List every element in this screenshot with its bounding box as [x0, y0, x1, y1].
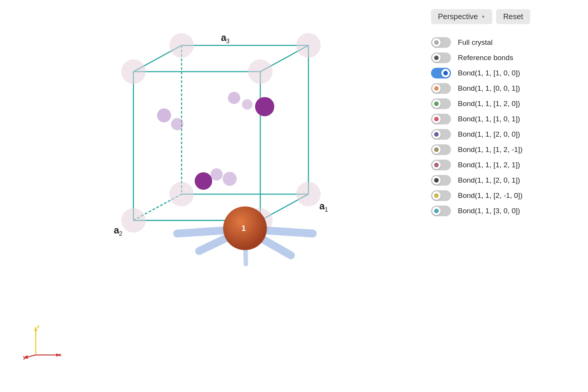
toggle-bond-1300[interactable] — [431, 206, 451, 216]
visualization-area: a 3 a 1 a 2 — [0, 0, 420, 392]
legend-label-bond-1121: Bond(1, 1, [1, 2, 1]) — [458, 161, 520, 169]
dot-reference-bonds — [434, 56, 439, 60]
toggle-bond-1101[interactable] — [431, 114, 451, 124]
svg-point-26 — [296, 182, 321, 206]
dot-bond-1300 — [434, 209, 439, 213]
dot-bond-1201 — [434, 178, 439, 183]
dot-bond-1120 — [434, 101, 439, 106]
legend-label-bond-1100: Bond(1, 1, [1, 0, 0]) — [458, 69, 520, 77]
svg-point-22 — [248, 59, 273, 84]
toggle-bond-1200[interactable] — [431, 129, 451, 140]
legend-label-bond-1200: Bond(1, 1, [2, 0, 0]) — [458, 130, 520, 139]
svg-text:1: 1 — [242, 224, 246, 232]
dot-bond-1001 — [434, 86, 439, 91]
svg-point-30 — [242, 99, 252, 109]
top-controls: Perspective ▼ Reset — [431, 9, 577, 24]
svg-point-33 — [211, 168, 223, 181]
legend-item-bond-1300: Bond(1, 1, [3, 0, 0]) — [431, 203, 577, 219]
dot-bond-1100 — [443, 71, 448, 75]
toggle-bond-12-10[interactable] — [431, 190, 451, 201]
svg-point-25 — [169, 182, 194, 206]
svg-point-27 — [157, 108, 171, 122]
svg-text:x: x — [59, 352, 61, 358]
legend-item-bond-1201: Bond(1, 1, [2, 0, 1]) — [431, 173, 577, 188]
svg-point-23 — [169, 33, 194, 58]
svg-text:2: 2 — [119, 230, 122, 237]
toggle-bond-1001[interactable] — [431, 83, 451, 94]
legend-label-bond-1300: Bond(1, 1, [3, 0, 0]) — [458, 207, 520, 215]
dot-bond-112-1 — [434, 147, 439, 152]
dot-bond-1121 — [434, 163, 439, 167]
svg-point-19 — [121, 208, 146, 233]
crystal-scene[interactable]: a 3 a 1 a 2 — [46, 19, 352, 325]
dot-full-crystal — [434, 40, 439, 45]
perspective-label: Perspective — [438, 12, 478, 21]
perspective-button[interactable]: Perspective ▼ — [431, 9, 492, 24]
toggle-full-crystal[interactable] — [431, 37, 451, 48]
legend-item-bond-1121: Bond(1, 1, [1, 2, 1]) — [431, 157, 577, 173]
legend-item-full-crystal: Full crystal — [431, 35, 577, 50]
legend-label-bond-112-1: Bond(1, 1, [1, 2, -1]) — [458, 145, 523, 154]
legend-item-bond-112-1: Bond(1, 1, [1, 2, -1]) — [431, 142, 577, 157]
toggle-bond-112-1[interactable] — [431, 144, 451, 155]
right-panel: Perspective ▼ Reset Full crystalReferenc… — [420, 0, 588, 392]
legend-item-reference-bonds: Reference bonds — [431, 50, 577, 65]
dot-bond-1101 — [434, 117, 439, 121]
legend-item-bond-1100: Bond(1, 1, [1, 0, 0]) — [431, 65, 577, 81]
svg-point-32 — [195, 172, 212, 190]
legend-label-bond-1001: Bond(1, 1, [0, 0, 1]) — [458, 84, 520, 93]
toggle-bond-1121[interactable] — [431, 160, 451, 170]
svg-point-29 — [228, 92, 240, 104]
legend-item-bond-1001: Bond(1, 1, [0, 0, 1]) — [431, 81, 577, 96]
coordinate-axes: z y x — [23, 323, 61, 361]
svg-point-34 — [223, 172, 237, 186]
legend-item-bond-1120: Bond(1, 1, [1, 2, 0]) — [431, 96, 577, 111]
toggle-bond-1201[interactable] — [431, 175, 451, 186]
legend-item-bond-12-10: Bond(1, 1, [2, -1, 0]) — [431, 188, 577, 203]
legend-item-bond-1101: Bond(1, 1, [1, 0, 1]) — [431, 111, 577, 127]
legend-list: Full crystalReference bondsBond(1, 1, [1… — [431, 35, 577, 219]
legend-label-full-crystal: Full crystal — [458, 38, 493, 47]
svg-point-24 — [296, 33, 321, 58]
dot-bond-1200 — [434, 132, 439, 137]
toggle-reference-bonds[interactable] — [431, 52, 451, 63]
toggle-bond-1100[interactable] — [431, 68, 451, 78]
legend-label-bond-12-10: Bond(1, 1, [2, -1, 0]) — [458, 191, 523, 200]
chevron-down-icon: ▼ — [481, 14, 486, 20]
legend-label-bond-1120: Bond(1, 1, [1, 2, 0]) — [458, 100, 520, 108]
svg-text:1: 1 — [325, 206, 328, 213]
svg-point-31 — [255, 97, 274, 116]
legend-item-bond-1200: Bond(1, 1, [2, 0, 0]) — [431, 127, 577, 142]
svg-point-21 — [121, 59, 146, 84]
svg-text:3: 3 — [226, 38, 230, 44]
svg-text:z: z — [37, 323, 40, 329]
legend-label-bond-1201: Bond(1, 1, [2, 0, 1]) — [458, 176, 520, 185]
legend-label-bond-1101: Bond(1, 1, [1, 0, 1]) — [458, 115, 520, 123]
svg-text:y: y — [23, 354, 26, 360]
reset-button[interactable]: Reset — [496, 9, 530, 24]
legend-label-reference-bonds: Reference bonds — [458, 54, 513, 62]
toggle-bond-1120[interactable] — [431, 98, 451, 109]
svg-point-28 — [171, 118, 183, 130]
dot-bond-12-10 — [434, 193, 439, 198]
